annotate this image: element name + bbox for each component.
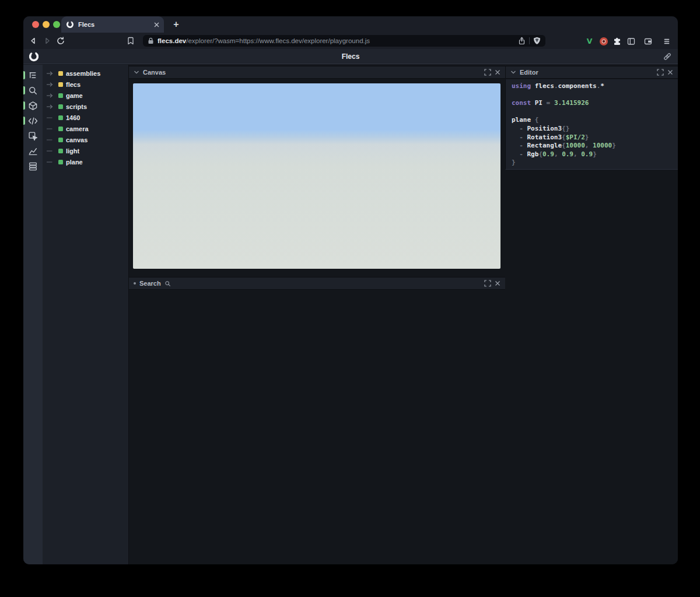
collapsed-dot-icon bbox=[134, 282, 136, 285]
url-text: flecs.dev/explorer/?wasm=https://www.fle… bbox=[158, 37, 370, 44]
close-panel-icon[interactable] bbox=[495, 69, 501, 75]
brave-shield-icon[interactable] bbox=[533, 37, 541, 45]
rail-stats-button[interactable] bbox=[23, 143, 43, 159]
extensions-puzzle-icon[interactable] bbox=[612, 36, 622, 46]
close-panel-icon[interactable] bbox=[495, 280, 501, 286]
entity-color-swatch bbox=[58, 71, 63, 76]
chevron-down-icon bbox=[134, 70, 139, 75]
share-link-icon[interactable] bbox=[663, 52, 672, 61]
active-indicator bbox=[23, 117, 25, 125]
expand-arrow-icon[interactable] bbox=[47, 104, 55, 110]
url-path: /explorer/?wasm=https://www.flecs.dev/ex… bbox=[186, 37, 370, 44]
rail-inspect-button[interactable] bbox=[23, 128, 43, 143]
tree-item-camera[interactable]: camera bbox=[43, 123, 128, 134]
search-panel-title: Search bbox=[139, 280, 161, 287]
reload-button[interactable] bbox=[56, 36, 65, 45]
page-title: Flecs bbox=[23, 52, 678, 61]
canvas-panel-title: Canvas bbox=[143, 69, 166, 76]
sidebar-toggle-icon[interactable] bbox=[626, 36, 636, 46]
window-close-button[interactable] bbox=[32, 21, 39, 28]
tree-item-label: light bbox=[66, 148, 79, 154]
chevron-down-icon bbox=[510, 70, 516, 75]
code-line: - Rectangle{10000, 10000} bbox=[512, 142, 678, 150]
entities-cube-icon bbox=[28, 101, 38, 111]
code-line: - Rgb{0.9, 0.9, 0.9} bbox=[512, 150, 678, 159]
entity-color-swatch bbox=[58, 115, 63, 120]
window-minimize-button[interactable] bbox=[43, 21, 50, 28]
url-bar[interactable]: flecs.dev/explorer/?wasm=https://www.fle… bbox=[143, 35, 545, 47]
code-line bbox=[512, 108, 678, 117]
rail-queries-button[interactable] bbox=[23, 159, 43, 174]
tab-title: Flecs bbox=[78, 21, 150, 28]
share-icon[interactable] bbox=[518, 37, 526, 45]
rail-entities-button[interactable] bbox=[23, 98, 43, 113]
canvas-panel-header[interactable]: Canvas bbox=[129, 66, 505, 79]
tree-item-assemblies[interactable]: assemblies bbox=[43, 68, 128, 79]
code-line: plane { bbox=[512, 116, 678, 125]
rail-search-button[interactable] bbox=[23, 83, 43, 98]
tree-item-label: camera bbox=[66, 125, 89, 132]
tree-item-light[interactable]: light bbox=[43, 145, 128, 156]
vue-devtools-extension-icon[interactable]: V bbox=[584, 36, 594, 46]
code-line: } bbox=[512, 159, 678, 167]
entity-color-swatch bbox=[58, 93, 63, 98]
tree-item-label: plane bbox=[66, 159, 83, 166]
tree-item-label: assemblies bbox=[66, 70, 100, 77]
window-zoom-button[interactable] bbox=[53, 21, 60, 28]
tab-close-icon[interactable] bbox=[154, 22, 159, 27]
tree-item-game[interactable]: game bbox=[43, 90, 128, 101]
fullscreen-icon[interactable] bbox=[484, 280, 491, 287]
code-editor[interactable]: using flecs.components.* const PI = 3.14… bbox=[505, 79, 678, 170]
new-tab-button[interactable]: + bbox=[170, 19, 182, 30]
editor-panel-header[interactable]: Editor bbox=[505, 66, 678, 79]
tree-item-label: canvas bbox=[66, 136, 88, 143]
menu-icon[interactable] bbox=[662, 36, 671, 46]
code-line bbox=[512, 91, 678, 100]
fullscreen-icon[interactable] bbox=[484, 69, 491, 76]
search-panel-header[interactable]: Search bbox=[129, 277, 505, 290]
code-line: - Rotation3{$PI/2} bbox=[512, 134, 678, 142]
tree-item-label: 1460 bbox=[66, 114, 80, 121]
entity-color-swatch bbox=[58, 138, 63, 142]
close-panel-icon[interactable] bbox=[667, 69, 673, 75]
leaf-dash-icon bbox=[47, 137, 55, 143]
tree-item-scripts[interactable]: scripts bbox=[43, 101, 128, 112]
tree-item-canvas[interactable]: canvas bbox=[43, 134, 128, 145]
browser-window: Flecs + flecs.dev/explorer/?wasm=https:/… bbox=[23, 16, 678, 564]
expand-arrow-icon[interactable] bbox=[47, 93, 55, 99]
flecs-favicon bbox=[66, 20, 74, 29]
browser-tab-bar: Flecs + bbox=[23, 16, 678, 33]
tree-item-flecs[interactable]: flecs bbox=[43, 79, 128, 90]
leaf-dash-icon bbox=[47, 126, 55, 132]
wallet-icon[interactable] bbox=[643, 36, 653, 46]
entity-color-swatch bbox=[58, 160, 63, 164]
expand-arrow-icon[interactable] bbox=[47, 71, 55, 76]
code-line: const PI = 3.1415926 bbox=[512, 99, 678, 108]
active-indicator bbox=[23, 101, 25, 110]
rail-entity-tree-button[interactable] bbox=[23, 68, 43, 83]
red-extension-icon[interactable] bbox=[598, 36, 608, 46]
entity-tree: assembliesflecsgamescripts1460cameracanv… bbox=[43, 65, 129, 564]
inspect-icon bbox=[28, 131, 38, 141]
leaf-dash-icon bbox=[47, 159, 55, 165]
stats-chart-icon bbox=[28, 146, 38, 156]
3d-canvas-viewport[interactable] bbox=[133, 83, 501, 269]
panel-rail bbox=[23, 65, 43, 564]
bookmark-icon[interactable] bbox=[126, 36, 135, 45]
entity-color-swatch bbox=[58, 149, 63, 153]
leaf-dash-icon bbox=[47, 148, 55, 154]
flecs-app-header: Flecs bbox=[23, 49, 678, 64]
browser-tab[interactable]: Flecs bbox=[61, 16, 164, 33]
tree-item-1460[interactable]: 1460 bbox=[43, 112, 128, 123]
divider bbox=[529, 37, 530, 44]
entity-color-swatch bbox=[58, 104, 63, 109]
url-domain: flecs.dev bbox=[158, 37, 186, 44]
active-indicator bbox=[23, 71, 25, 79]
fullscreen-icon[interactable] bbox=[657, 69, 664, 76]
back-button[interactable] bbox=[29, 36, 38, 45]
tree-item-plane[interactable]: plane bbox=[43, 156, 128, 167]
expand-arrow-icon[interactable] bbox=[47, 82, 55, 87]
rail-code-button[interactable] bbox=[23, 113, 43, 128]
forward-button[interactable] bbox=[43, 36, 52, 45]
entity-tree-icon bbox=[28, 71, 38, 80]
